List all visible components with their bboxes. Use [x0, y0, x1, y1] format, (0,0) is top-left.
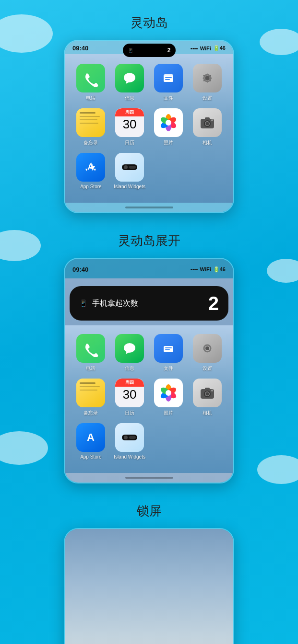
- appstore-icon: A: [76, 153, 105, 182]
- svg-rect-31: [164, 346, 173, 352]
- status-bar-2: 09:40 ▪▪▪▪ WiFi 🔋46: [65, 259, 233, 278]
- files-label: 文件: [164, 95, 173, 102]
- phone-icon: [76, 64, 105, 92]
- app-item-calendar-2[interactable]: 周四 30 日历: [112, 379, 147, 416]
- svg-point-19: [166, 120, 171, 126]
- appstore-label: App Store: [80, 184, 101, 189]
- islandwidgets-icon-2: [115, 423, 144, 452]
- lock-wallpaper: [65, 529, 233, 644]
- lock-screen: 📱 手机拿起次数 2 👤 工作: [65, 529, 233, 644]
- svg-rect-32: [165, 347, 172, 348]
- phone-label-2: 电话: [86, 365, 95, 372]
- status-bar-1: 09:40 📱 2 ▪▪▪▪ WiFi 🔋46: [65, 41, 233, 54]
- app-item-notes[interactable]: 备忘录: [73, 108, 108, 146]
- photos-label: 照片: [164, 139, 173, 146]
- phone-label: 电话: [86, 95, 95, 102]
- battery-icon: 🔋46: [213, 45, 226, 51]
- photos-icon: [154, 108, 183, 137]
- cloud-decoration: [267, 259, 298, 283]
- messages-label: 信息: [125, 95, 134, 102]
- messages-label-2: 信息: [125, 365, 134, 372]
- di-exp-label: 手机拿起次数: [92, 299, 138, 309]
- status-icons-2: ▪▪▪▪ WiFi 🔋46: [191, 266, 226, 273]
- home-indicator-1: [65, 203, 233, 212]
- app-item-notes-2[interactable]: 备忘录: [73, 379, 108, 416]
- appstore-label-2: App Store: [80, 454, 101, 460]
- app-item-files-2[interactable]: 文件: [151, 334, 186, 372]
- islandwidgets-label: Island Widgets: [114, 184, 145, 189]
- calendar-weekday-2: 周四: [115, 379, 144, 387]
- app-item-settings[interactable]: 设置: [190, 64, 225, 102]
- phone-icon-2: [76, 334, 105, 363]
- notes-icon-2: [76, 379, 105, 407]
- app-item-appstore-2[interactable]: A App Store: [73, 423, 108, 460]
- calendar-label: 日历: [125, 139, 134, 146]
- expanded-bg: 📱 手机拿起次数 2 电话 信息: [65, 278, 233, 483]
- home-screen-1: 电话 信息 文件 设置: [65, 54, 233, 203]
- notes-label: 备忘录: [83, 139, 98, 146]
- svg-point-42: [166, 390, 171, 396]
- svg-rect-47: [205, 388, 210, 390]
- section-title-2: 灵动岛展开: [118, 232, 180, 249]
- svg-rect-6: [164, 76, 173, 82]
- phone-frame-3: 📱 手机拿起次数 2 👤 工作: [64, 528, 234, 644]
- app-item-islandwidgets[interactable]: Island Widgets: [112, 153, 147, 189]
- signal-icon-2: ▪▪▪▪: [191, 266, 198, 272]
- app-item-messages-2[interactable]: 信息: [112, 334, 147, 372]
- di-exp-phone-icon: 📱: [79, 299, 87, 307]
- photos-icon-2: [154, 379, 183, 407]
- status-time-1: 09:40: [72, 45, 88, 52]
- app-item-islandwidgets-2[interactable]: Island Widgets: [112, 423, 147, 460]
- files-icon-2: [154, 334, 183, 363]
- svg-point-2: [124, 73, 135, 82]
- notes-icon: [76, 108, 105, 137]
- app-item-calendar[interactable]: 周四 30 日历: [112, 108, 147, 146]
- settings-label-2: 设置: [203, 365, 212, 372]
- appstore-icon-2: A: [76, 423, 105, 452]
- dynamic-island-pill[interactable]: 📱 2: [123, 44, 176, 57]
- camera-label: 相机: [203, 139, 212, 146]
- settings-icon: [193, 64, 222, 92]
- files-label-2: 文件: [164, 365, 173, 372]
- svg-text:A: A: [87, 431, 95, 443]
- cloud-decoration: [257, 455, 298, 484]
- svg-point-29: [124, 343, 135, 353]
- svg-rect-33: [165, 349, 170, 350]
- svg-point-48: [211, 390, 213, 391]
- di-space: [113, 263, 166, 276]
- app-item-camera[interactable]: 相机: [190, 108, 225, 146]
- app-grid-1: 电话 信息 文件 设置: [73, 59, 225, 194]
- app-item-settings-2[interactable]: 设置: [190, 334, 225, 372]
- app-item-photos-2[interactable]: 照片: [151, 379, 186, 416]
- app-grid-2: 电话 信息 文件: [73, 329, 225, 464]
- calendar-icon-2: 周四 30: [115, 379, 144, 407]
- app-item-photos[interactable]: 照片: [151, 108, 186, 146]
- calendar-label-2: 日历: [125, 410, 134, 416]
- messages-icon: [115, 64, 144, 92]
- camera-label-2: 相机: [203, 410, 212, 416]
- notes-label-2: 备忘录: [83, 410, 98, 416]
- svg-rect-8: [165, 79, 170, 80]
- svg-text:A: A: [88, 162, 94, 172]
- app-item-appstore[interactable]: A App Store: [73, 153, 108, 189]
- messages-icon-2: [115, 334, 144, 363]
- wifi-icon: WiFi: [200, 46, 211, 51]
- app-item-files[interactable]: 文件: [151, 64, 186, 102]
- home-indicator-2: [65, 473, 233, 483]
- app-item-phone-2[interactable]: 电话: [73, 334, 108, 372]
- svg-point-24: [205, 122, 209, 126]
- app-item-phone[interactable]: 电话: [73, 64, 108, 102]
- status-time-2: 09:40: [72, 266, 88, 273]
- islandwidgets-label-2: Island Widgets: [114, 454, 145, 460]
- calendar-weekday: 周四: [115, 108, 144, 116]
- home-indicator-bar: [125, 207, 173, 208]
- app-item-messages[interactable]: 信息: [112, 64, 147, 102]
- camera-icon: [193, 108, 222, 137]
- svg-rect-25: [205, 117, 210, 120]
- home-screen-2: 电话 信息 文件: [65, 325, 233, 473]
- dynamic-island-expanded[interactable]: 📱 手机拿起次数 2: [70, 286, 228, 321]
- app-item-camera-2[interactable]: 相机: [190, 379, 225, 416]
- di-count: 2: [167, 47, 171, 54]
- camera-icon-2: [193, 379, 222, 407]
- svg-point-46: [205, 392, 209, 396]
